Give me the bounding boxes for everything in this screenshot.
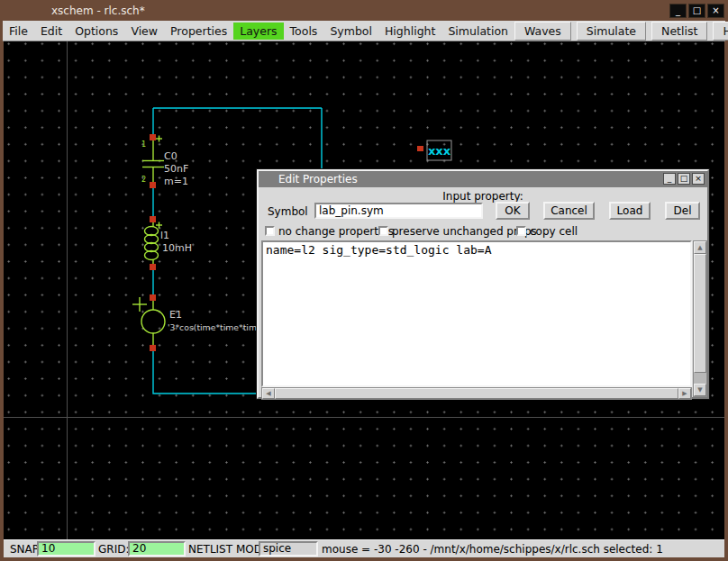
netlist-button[interactable]: Netlist: [651, 22, 707, 41]
no-change-properties-label: no change properties: [278, 225, 394, 238]
capacitor-symbol[interactable]: 1 2 C0 50nF m=1: [141, 136, 188, 188]
grid-input[interactable]: 20: [128, 541, 186, 556]
load-button[interactable]: Load: [609, 202, 651, 220]
net-label-text: xxx: [428, 144, 451, 158]
del-button[interactable]: Del: [665, 202, 700, 220]
menu-highlight[interactable]: Highlight: [378, 23, 441, 40]
source-ref-label: E1: [169, 309, 182, 321]
horizontal-scroll-thumb[interactable]: [275, 388, 678, 399]
menu-view[interactable]: View: [124, 23, 164, 40]
dialog-titlebar[interactable]: Edit Properties _ □ ×: [259, 171, 707, 187]
inductor-symbol[interactable]: l1 10mH: [145, 222, 192, 265]
symbol-label: Symbol: [268, 205, 308, 218]
ok-button[interactable]: OK: [496, 202, 530, 220]
symbol-input[interactable]: lab_pin.sym: [314, 203, 483, 219]
net-label-selected[interactable]: xxx: [427, 140, 451, 160]
vertical-scrollbar[interactable]: ▲ ▼: [693, 240, 707, 397]
capacitor-pin1-number: 1: [141, 140, 146, 149]
close-icon[interactable]: ×: [707, 4, 724, 18]
symbol-row: Symbol lab_pin.sym OK Cancel Load Del: [259, 201, 707, 222]
copy-cell-checkbox[interactable]: [516, 226, 526, 236]
minimize-icon[interactable]: _: [669, 4, 687, 18]
snap-input[interactable]: 10: [37, 541, 96, 556]
no-change-properties-checkbox[interactable]: [265, 226, 275, 236]
mouse-coordinates-status: mouse = -30 -260 - /mnt/x/home/schippes/…: [322, 543, 663, 556]
scroll-right-icon[interactable]: ▶: [678, 388, 691, 399]
cancel-button[interactable]: Cancel: [543, 202, 595, 220]
menu-layers[interactable]: Layers: [233, 23, 283, 40]
property-textarea[interactable]: name=l2 sig_type=std_logic lab=A: [261, 240, 692, 387]
horizontal-scrollbar[interactable]: ◀ ▶: [261, 387, 692, 400]
capacitor-pin2-number: 2: [141, 176, 146, 184]
menu-file[interactable]: File: [3, 23, 34, 40]
capacitor-ref-label: C0: [164, 150, 177, 162]
dialog-title: Edit Properties: [278, 173, 358, 185]
vertical-scroll-thumb[interactable]: [694, 254, 706, 373]
window-titlebar[interactable]: xschem - rlc.sch* _ □ ×: [0, 0, 728, 21]
menu-tools[interactable]: Tools: [284, 23, 324, 40]
scroll-down-icon[interactable]: ▼: [694, 384, 706, 396]
capacitor-value-label: 50nF: [164, 163, 188, 175]
xschem-window: xschem - rlc.sch* _ □ × File Edit Option…: [0, 0, 728, 561]
checkbox-row: no change properties preserve unchanged …: [259, 225, 707, 238]
simulate-button[interactable]: Simulate: [577, 22, 646, 41]
copy-cell-label: copy cell: [530, 225, 578, 238]
menu-edit[interactable]: Edit: [34, 23, 68, 40]
menu-options[interactable]: Options: [68, 23, 124, 40]
preserve-unchanged-props-label: preserve unchanged props: [392, 225, 537, 238]
dialog-maximize-icon[interactable]: □: [678, 173, 690, 185]
help-button[interactable]: Help: [713, 22, 728, 41]
scroll-left-icon[interactable]: ◀: [262, 388, 275, 399]
menubar: File Edit Options View Properties Layers…: [3, 21, 725, 41]
scroll-up-icon[interactable]: ▲: [694, 241, 706, 254]
maximize-icon[interactable]: □: [688, 4, 705, 18]
dialog-minimize-icon[interactable]: _: [663, 173, 676, 185]
window-title: xschem - rlc.sch*: [51, 5, 145, 17]
menu-simulation[interactable]: Simulation: [441, 23, 514, 40]
voltage-source-symbol[interactable]: E1 '3*cos(time*time*time': [132, 297, 264, 345]
grid-label: GRID:: [98, 543, 129, 556]
capacitor-mult-label: m=1: [164, 176, 188, 187]
dialog-close-icon[interactable]: ×: [692, 173, 705, 185]
statusbar: SNAP: 10 GRID: 20 NETLIST MODE: spice mo…: [4, 539, 724, 557]
preserve-unchanged-props-checkbox[interactable]: [378, 226, 388, 236]
inductor-value-label: 10mH: [162, 242, 192, 254]
netlist-mode-input[interactable]: spice: [259, 541, 318, 556]
edit-properties-dialog: Edit Properties _ □ × Input property: Sy…: [257, 169, 709, 399]
inductor-ref-label: l1: [160, 230, 169, 241]
source-value-label: '3*cos(time*time*time': [168, 322, 264, 332]
menu-properties[interactable]: Properties: [164, 23, 233, 40]
waves-button[interactable]: Waves: [514, 22, 571, 41]
menu-symbol[interactable]: Symbol: [323, 23, 378, 40]
